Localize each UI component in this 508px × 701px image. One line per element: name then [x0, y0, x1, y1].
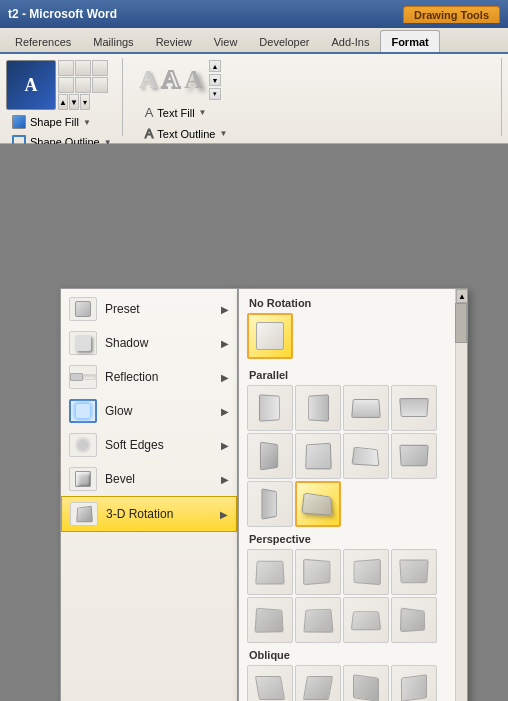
parallel-grid [243, 383, 463, 529]
rotation-no-rotation[interactable] [247, 313, 293, 359]
shape-effects-menu: Preset ▶ Shadow ▶ Reflection ▶ [60, 288, 238, 701]
perspective-label: Perspective [243, 529, 463, 547]
scroll-track [456, 303, 467, 701]
oblique-2[interactable] [295, 665, 341, 701]
persp-4[interactable] [391, 549, 437, 595]
menu-item-glow[interactable]: Glow ▶ [61, 394, 237, 428]
soft-edges-icon [69, 433, 97, 457]
bevel-icon [69, 467, 97, 491]
style-swatch-3[interactable] [92, 60, 108, 76]
menu-item-preset[interactable]: Preset ▶ [61, 292, 237, 326]
preset-arrow: ▶ [221, 304, 229, 315]
persp-5[interactable] [247, 597, 293, 643]
shape-effects-dropdown: Preset ▶ Shadow ▶ Reflection ▶ [60, 288, 468, 701]
scroll-down-btn[interactable]: ▼ [69, 94, 79, 110]
menu-item-reflection[interactable]: Reflection ▶ [61, 360, 237, 394]
tab-review[interactable]: Review [145, 30, 203, 52]
document-area: Preset ▶ Shadow ▶ Reflection ▶ [0, 144, 508, 701]
3d-rotation-icon [70, 502, 98, 526]
app-title: t2 - Microsoft Word [8, 7, 117, 21]
text-outline-arrow: ▼ [219, 129, 227, 138]
tab-format[interactable]: Format [380, 30, 439, 52]
glow-arrow: ▶ [221, 406, 229, 417]
style-swatch-4[interactable] [58, 77, 74, 93]
shape-fill-arrow: ▼ [83, 118, 91, 127]
parallel-3[interactable] [343, 385, 389, 431]
persp-8[interactable] [391, 597, 437, 643]
parallel-9[interactable] [247, 481, 293, 527]
wa-scroll-down[interactable]: ▼ [209, 74, 221, 86]
wordart-sample-1[interactable]: A [139, 65, 158, 95]
3d-rotation-arrow: ▶ [220, 509, 228, 520]
soft-edges-arrow: ▶ [221, 440, 229, 451]
persp-6[interactable] [295, 597, 341, 643]
text-fill-arrow: ▼ [199, 108, 207, 117]
menu-item-soft-edges[interactable]: Soft Edges ▶ [61, 428, 237, 462]
wordart-sample-3[interactable]: A [184, 65, 203, 95]
text-fill-button[interactable]: A Text Fill ▼ [139, 102, 493, 123]
tab-references[interactable]: References [4, 30, 82, 52]
style-swatch-6[interactable] [92, 77, 108, 93]
tab-mailings[interactable]: Mailings [82, 30, 144, 52]
parallel-7[interactable] [343, 433, 389, 479]
scroll-up-arrow[interactable]: ▲ [456, 289, 468, 303]
tab-add-ins[interactable]: Add-Ins [321, 30, 381, 52]
drawing-tools-label: Drawing Tools [403, 6, 500, 23]
oblique-4[interactable] [391, 665, 437, 701]
scroll-up-btn[interactable]: ▲ [58, 94, 68, 110]
expand-btn[interactable]: ▾ [80, 94, 90, 110]
perspective-grid [243, 547, 463, 645]
persp-2[interactable] [295, 549, 341, 595]
oblique-1[interactable] [247, 665, 293, 701]
tab-bar: References Mailings Review View Develope… [0, 28, 508, 54]
parallel-2[interactable] [295, 385, 341, 431]
preset-icon [69, 297, 97, 321]
persp-3[interactable] [343, 549, 389, 595]
tab-view[interactable]: View [203, 30, 249, 52]
shape-fill-button[interactable]: Shape Fill ▼ [6, 112, 118, 132]
oblique-grid [243, 663, 463, 701]
scroll-thumb[interactable] [455, 303, 467, 343]
shadow-arrow: ▶ [221, 338, 229, 349]
ribbon: A ▲ ▼ ▾ [0, 54, 508, 144]
submenu-scrollbar[interactable]: ▲ ▼ [455, 289, 467, 701]
shape-fill-icon [12, 115, 26, 129]
glow-icon [69, 399, 97, 423]
style-swatch-5[interactable] [75, 77, 91, 93]
parallel-8[interactable] [391, 433, 437, 479]
tab-developer[interactable]: Developer [248, 30, 320, 52]
title-bar: t2 - Microsoft Word Drawing Tools [0, 0, 508, 28]
menu-item-shadow[interactable]: Shadow ▶ [61, 326, 237, 360]
parallel-1[interactable] [247, 385, 293, 431]
rotation-submenu: No Rotation Parallel [238, 288, 468, 701]
shape-style-preview[interactable]: A [6, 60, 56, 110]
bevel-arrow: ▶ [221, 474, 229, 485]
reflection-arrow: ▶ [221, 372, 229, 383]
wordart-sample-2[interactable]: A [161, 65, 180, 95]
no-rotation-label: No Rotation [243, 293, 463, 311]
oblique-3[interactable] [343, 665, 389, 701]
style-swatch-2[interactable] [75, 60, 91, 76]
text-fill-icon: A [145, 105, 154, 120]
persp-7[interactable] [343, 597, 389, 643]
text-outline-icon: A [145, 126, 154, 141]
menu-item-bevel[interactable]: Bevel ▶ [61, 462, 237, 496]
parallel-10-selected[interactable] [295, 481, 341, 527]
wa-expand[interactable]: ▾ [209, 88, 221, 100]
parallel-label: Parallel [243, 365, 463, 383]
parallel-4[interactable] [391, 385, 437, 431]
text-outline-button[interactable]: A Text Outline ▼ [139, 123, 493, 144]
oblique-label: Oblique [243, 645, 463, 663]
style-swatch-1[interactable] [58, 60, 74, 76]
reflection-icon [69, 365, 97, 389]
persp-1[interactable] [247, 549, 293, 595]
no-rotation-grid [243, 311, 463, 361]
parallel-5[interactable] [247, 433, 293, 479]
menu-item-3d-rotation[interactable]: 3-D Rotation ▶ [61, 496, 237, 532]
shadow-icon [69, 331, 97, 355]
wa-scroll-up[interactable]: ▲ [209, 60, 221, 72]
parallel-6[interactable] [295, 433, 341, 479]
